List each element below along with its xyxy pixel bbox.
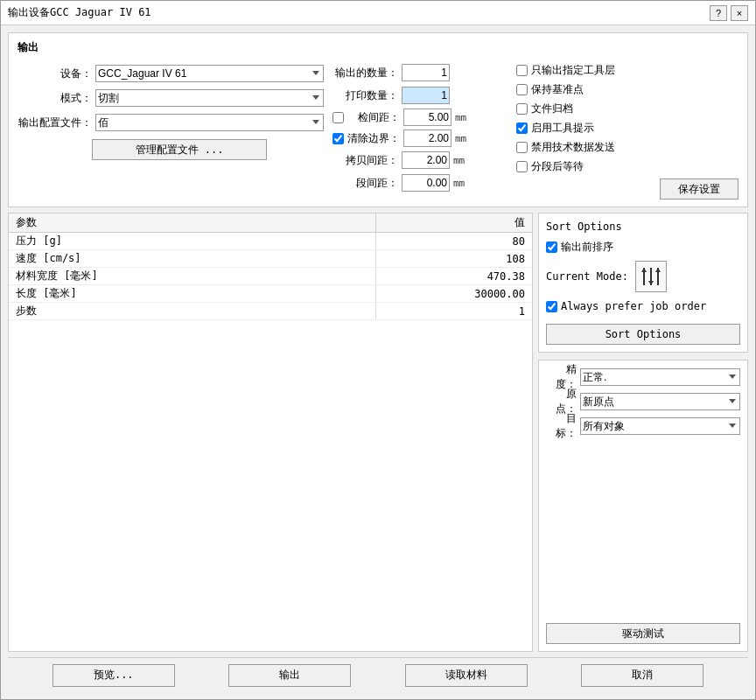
output-count-input[interactable] — [402, 64, 450, 81]
table-row: 长度 [毫米]30000.00 — [9, 285, 532, 303]
left-config: 输出 设备： GCC_Jaguar IV 61 模式： 切割 输出配置文件： 佰… — [18, 40, 324, 200]
table-cell-val: 108 — [376, 250, 532, 267]
help-button[interactable]: ? — [710, 5, 727, 21]
drive-test-button[interactable]: 驱动测试 — [546, 623, 740, 644]
sort-options-title: Sort Options — [546, 220, 740, 233]
segment-interval-input[interactable] — [402, 174, 450, 192]
segment-interval-unit: mm — [453, 178, 467, 189]
device-select[interactable]: GCC_Jaguar IV 61 — [95, 65, 324, 82]
clear-margin-unit: mm — [455, 133, 469, 144]
table-row: 压力 [g]80 — [9, 233, 532, 250]
cb-doc-file[interactable] — [516, 103, 528, 115]
cb-keep-base-row: 保持基准点 — [516, 80, 738, 98]
close-button[interactable]: × — [731, 5, 748, 21]
copy-interval-unit: mm — [453, 155, 467, 166]
cb-output-tool[interactable] — [516, 65, 528, 76]
bottom-bar: 预览... 输出 读取材料 取消 — [8, 657, 748, 692]
output-count-label: 输出的数量： — [332, 66, 398, 80]
config-file-label: 输出配置文件： — [18, 116, 92, 130]
config-file-select[interactable]: 佰 — [95, 114, 324, 131]
segment-interval-label: 段间距： — [332, 176, 398, 191]
cb-keep-base[interactable] — [516, 84, 528, 95]
table-row: 步数1 — [9, 303, 532, 320]
cb-keep-base-label: 保持基准点 — [531, 82, 584, 97]
preview-button[interactable]: 预览... — [52, 664, 175, 687]
segment-interval-row: 段间距： mm — [332, 173, 508, 192]
clear-margin-checkbox[interactable] — [332, 133, 344, 144]
always-prefer-checkbox[interactable] — [546, 301, 557, 312]
sort-options-button[interactable]: Sort Options — [546, 324, 740, 345]
device-row: 设备： GCC_Jaguar IV 61 — [18, 64, 324, 83]
output-button[interactable]: 输出 — [228, 664, 351, 687]
table-header: 参数 值 — [9, 214, 532, 233]
options-panel: Sort Options 输出前排序 Current Mode: — [538, 213, 748, 652]
check-distance-row: 检间距： mm — [332, 108, 508, 126]
print-count-row: 打印数量： — [332, 86, 508, 105]
title-bar-right: ? × — [710, 5, 748, 21]
save-settings-button[interactable]: 保存设置 — [660, 178, 738, 200]
check-distance-label: 检间距： — [347, 110, 400, 125]
cb-enable-tool[interactable] — [516, 122, 528, 134]
check-distance-input[interactable] — [403, 108, 452, 126]
always-prefer-label: Always prefer job order — [561, 300, 706, 312]
col-param-header: 参数 — [9, 214, 376, 232]
copy-interval-input[interactable] — [402, 151, 450, 169]
precision-select[interactable]: 正常.高极高 — [580, 368, 740, 386]
manage-config-button[interactable]: 管理配置文件 ... — [92, 139, 267, 160]
read-material-button[interactable]: 读取材料 — [405, 664, 528, 687]
target-select[interactable]: 所有对象选定对象 — [580, 417, 740, 435]
output-count-row: 输出的数量： — [332, 63, 508, 82]
cb-tech-data-label: 禁用技术数据发送 — [531, 140, 615, 155]
mode-label: 模式： — [18, 91, 92, 106]
cb-pause-after-label: 分段后等待 — [531, 159, 584, 174]
clear-margin-input[interactable] — [403, 130, 452, 147]
table-cell-val: 80 — [376, 233, 532, 249]
svg-marker-5 — [655, 268, 661, 272]
col-val-header: 值 — [376, 214, 532, 232]
lower-options-box: 精度： 正常.高极高 原点： 新原点当前原点 目标： 所有对象选定对象 驱动测试 — [538, 360, 748, 652]
mode-select[interactable]: 切割 — [95, 89, 324, 107]
sort-options-box: Sort Options 输出前排序 Current Mode: — [538, 213, 748, 353]
table-cell-param: 材料宽度 [毫米] — [9, 268, 376, 284]
always-prefer-row: Always prefer job order — [546, 298, 740, 315]
cancel-button[interactable]: 取消 — [581, 664, 704, 687]
window-title: 输出设备GCC Jaguar IV 61 — [8, 5, 151, 20]
table-cell-val: 470.38 — [376, 268, 532, 284]
center-config: 输出的数量： 打印数量： 检间距： mm 清除边界： — [332, 40, 508, 200]
origin-select[interactable]: 新原点当前原点 — [580, 393, 740, 410]
pre-sort-checkbox[interactable] — [546, 242, 557, 253]
cb-tech-data[interactable] — [516, 142, 528, 153]
print-count-input[interactable] — [402, 87, 450, 104]
cb-doc-file-row: 文件归档 — [516, 100, 738, 117]
current-mode-row: Current Mode: — [546, 261, 740, 292]
right-config: 只输出指定工具层 保持基准点 文件归档 启用工具提示 禁用技术数据发送 — [516, 40, 738, 200]
params-table: 参数 值 压力 [g]80速度 [cm/s]108材料宽度 [毫米]470.38… — [8, 213, 533, 652]
copy-interval-label: 拷贝间距： — [332, 153, 398, 168]
cb-enable-tool-row: 启用工具提示 — [516, 119, 738, 136]
check-distance-checkbox[interactable] — [332, 112, 344, 123]
clear-margin-row: 清除边界： mm — [332, 130, 508, 147]
copy-interval-row: 拷贝间距： mm — [332, 150, 508, 170]
check-distance-unit: mm — [455, 112, 469, 123]
svg-marker-3 — [641, 268, 647, 272]
cb-output-tool-label: 只输出指定工具层 — [531, 63, 615, 78]
cb-pause-after[interactable] — [516, 161, 528, 172]
mode-icon — [635, 261, 667, 292]
sort-mode-svg — [639, 264, 663, 289]
top-panel: 输出 设备： GCC_Jaguar IV 61 模式： 切割 输出配置文件： 佰… — [8, 32, 748, 207]
cb-enable-tool-label: 启用工具提示 — [531, 121, 594, 136]
cb-pause-after-row: 分段后等待 — [516, 158, 738, 175]
current-mode-label: Current Mode: — [546, 270, 628, 283]
device-label: 设备： — [18, 66, 92, 81]
table-cell-val: 1 — [376, 303, 532, 319]
clear-margin-label: 清除边界： — [347, 131, 400, 146]
config-file-row: 输出配置文件： 佰 — [18, 113, 324, 132]
table-row: 材料宽度 [毫米]470.38 — [9, 268, 532, 285]
table-cell-param: 步数 — [9, 303, 376, 319]
content-area: 输出 设备： GCC_Jaguar IV 61 模式： 切割 输出配置文件： 佰… — [1, 25, 755, 699]
pre-sort-label: 输出前排序 — [561, 240, 613, 255]
target-label: 目标： — [546, 411, 577, 441]
mode-row: 模式： 切割 — [18, 88, 324, 108]
output-section-label: 输出 — [18, 40, 324, 55]
middle-panel: 参数 值 压力 [g]80速度 [cm/s]108材料宽度 [毫米]470.38… — [8, 213, 748, 652]
